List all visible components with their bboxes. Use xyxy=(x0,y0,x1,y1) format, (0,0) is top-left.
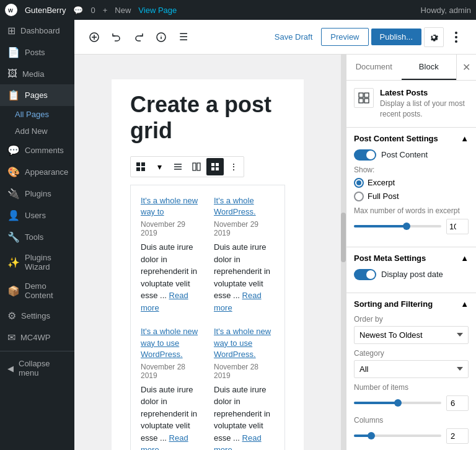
tab-document[interactable]: Document xyxy=(346,55,402,80)
sidebar-label-mc4wp: MC4WP xyxy=(20,333,50,342)
preview-button[interactable]: Preview xyxy=(321,28,368,46)
sidebar-item-media[interactable]: 🖼 Media xyxy=(0,63,74,84)
show-label: Show: xyxy=(354,165,469,174)
max-words-input-row xyxy=(354,219,469,234)
undo-btn[interactable] xyxy=(107,27,126,47)
columns-track[interactable] xyxy=(354,435,441,437)
post-grid: It's a whole new way to November 29 2019… xyxy=(130,185,285,450)
sidebar-item-comments[interactable]: 💬 Comments xyxy=(0,139,74,161)
max-words-track[interactable] xyxy=(354,225,441,227)
max-words-slider-row: Max number of words in excerpt xyxy=(354,206,469,234)
collapse-menu-btn[interactable]: ◀ Collapse menu xyxy=(0,354,74,382)
svg-rect-20 xyxy=(211,163,214,166)
num-items-input[interactable] xyxy=(446,395,469,411)
post-title-2[interactable]: It's a whole new way to use WordPress. xyxy=(141,326,201,360)
sidebar-item-demo-content[interactable]: 📦 Demo Content xyxy=(0,276,74,305)
sidebar-item-dashboard[interactable]: ⊞ Dashboard xyxy=(0,20,74,42)
publish-button[interactable]: Publish... xyxy=(371,29,421,45)
publish-label: Publish... xyxy=(380,32,413,42)
post-title-0[interactable]: It's a whole new way to xyxy=(141,195,201,218)
svg-rect-26 xyxy=(359,99,363,103)
sidebar-item-plugins-wizard[interactable]: ✨ Plugins Wizard xyxy=(0,248,74,276)
excerpt-radio-row[interactable]: Excerpt xyxy=(354,178,469,188)
full-post-radio[interactable] xyxy=(354,192,364,201)
page-title[interactable]: Create a post grid xyxy=(130,92,285,144)
redo-btn[interactable] xyxy=(129,27,149,47)
post-card-1: It's a whole WordPress. November 29 2019… xyxy=(214,195,275,314)
tab-block[interactable]: Block xyxy=(402,55,457,80)
columns-input[interactable] xyxy=(446,428,469,444)
display-date-toggle[interactable] xyxy=(354,269,376,280)
order-by-select[interactable]: Newest To Oldest Oldest To Newest A-Z Z-… xyxy=(354,326,469,344)
svg-rect-23 xyxy=(216,167,219,170)
read-more-1[interactable]: Read more xyxy=(214,291,262,312)
category-select[interactable]: All Uncategorized xyxy=(354,360,469,378)
view-page-link[interactable]: View Page xyxy=(138,6,177,15)
comments-icon: 💬 xyxy=(7,144,20,156)
scroll-thumb[interactable] xyxy=(341,213,346,262)
plugins-icon: 🔌 xyxy=(7,188,20,200)
post-content-section: Post Content Settings ▲ Post Content Sho… xyxy=(346,128,476,247)
svg-rect-21 xyxy=(216,163,219,166)
max-words-thumb[interactable] xyxy=(403,223,410,230)
read-more-2[interactable]: Read more xyxy=(141,433,188,450)
view-btn[interactable]: ☰ xyxy=(174,27,193,47)
panel-close-btn[interactable]: ✕ xyxy=(456,55,476,80)
post-content-header[interactable]: Post Content Settings ▲ xyxy=(346,128,476,149)
post-meta-label: Post Meta Settings xyxy=(354,254,426,263)
editor-body: Create a post grid ▾ xyxy=(74,55,476,450)
demo-content-icon: 📦 xyxy=(7,285,20,297)
excerpt-radio[interactable] xyxy=(354,178,364,188)
site-name[interactable]: GutenBerry xyxy=(25,6,66,15)
max-words-input[interactable] xyxy=(446,219,469,234)
post-meta-header[interactable]: Post Meta Settings ▲ xyxy=(346,247,476,269)
sidebar-item-tools[interactable]: 🔧 Tools xyxy=(0,226,74,248)
sidebar-item-posts[interactable]: 📄 Posts xyxy=(0,42,74,63)
grid-view-btn[interactable] xyxy=(206,158,224,175)
settings-gear-button[interactable] xyxy=(424,27,444,47)
wp-logo[interactable]: W xyxy=(5,4,17,16)
add-block-toolbar-btn[interactable] xyxy=(84,27,104,47)
sidebar-sub-add-new[interactable]: Add New xyxy=(0,123,74,139)
scroll-track[interactable] xyxy=(341,55,346,450)
read-more-3[interactable]: Read more xyxy=(214,433,262,450)
sorting-body: Order by Newest To Oldest Oldest To Newe… xyxy=(346,315,476,450)
svg-rect-25 xyxy=(364,93,369,97)
list-view-btn[interactable] xyxy=(169,158,187,175)
sidebar-sub-all-pages[interactable]: All Pages xyxy=(0,106,74,123)
sidebar-item-users[interactable]: 👤 Users xyxy=(0,205,74,226)
block-type-btn[interactable] xyxy=(132,158,149,175)
save-draft-button[interactable]: Save Draft xyxy=(268,29,319,45)
columns-slider-row: Columns xyxy=(354,416,469,444)
block-more-btn[interactable]: ⋮ xyxy=(225,158,242,175)
sidebar-item-plugins[interactable]: 🔌 Plugins xyxy=(0,183,74,205)
new-label[interactable]: New xyxy=(115,6,131,15)
more-options-button[interactable] xyxy=(446,27,466,47)
list2-view-btn[interactable] xyxy=(188,158,205,175)
post-excerpt-0: Duis aute irure dolor in reprehenderit i… xyxy=(141,241,201,314)
block-info-icon xyxy=(354,88,374,108)
sidebar-item-settings[interactable]: ⚙ Settings xyxy=(0,305,74,327)
info-btn[interactable] xyxy=(151,27,171,47)
category-label: Category xyxy=(354,349,469,358)
full-post-radio-row[interactable]: Full Post xyxy=(354,192,469,201)
block-info-title: Latest Posts xyxy=(380,88,469,97)
sidebar-item-mc4wp[interactable]: ✉ MC4WP xyxy=(0,327,74,348)
columns-thumb[interactable] xyxy=(368,432,375,439)
sorting-header[interactable]: Sorting and Filtering ▲ xyxy=(346,293,476,315)
block-toolbar: ▾ ⋮ xyxy=(130,156,244,177)
read-more-0[interactable]: Read more xyxy=(141,291,188,312)
full-post-label: Full Post xyxy=(368,192,399,201)
block-chevron-btn[interactable]: ▾ xyxy=(151,158,168,175)
post-title-1[interactable]: It's a whole WordPress. xyxy=(214,195,275,218)
sorting-chevron: ▲ xyxy=(461,299,469,309)
post-content-toggle[interactable] xyxy=(354,149,376,161)
num-items-thumb[interactable] xyxy=(394,399,402,407)
num-items-track[interactable] xyxy=(354,402,441,404)
excerpt-label: Excerpt xyxy=(368,178,395,187)
collapse-icon: ◀ xyxy=(7,364,14,373)
block-info-text: Latest Posts Display a list of your most… xyxy=(380,88,469,120)
sidebar-item-appearance[interactable]: 🎨 Appearance xyxy=(0,161,74,183)
sidebar-item-pages[interactable]: 📋 Pages xyxy=(0,84,74,106)
post-title-3[interactable]: It's a whole new way to use WordPress. xyxy=(214,326,275,360)
